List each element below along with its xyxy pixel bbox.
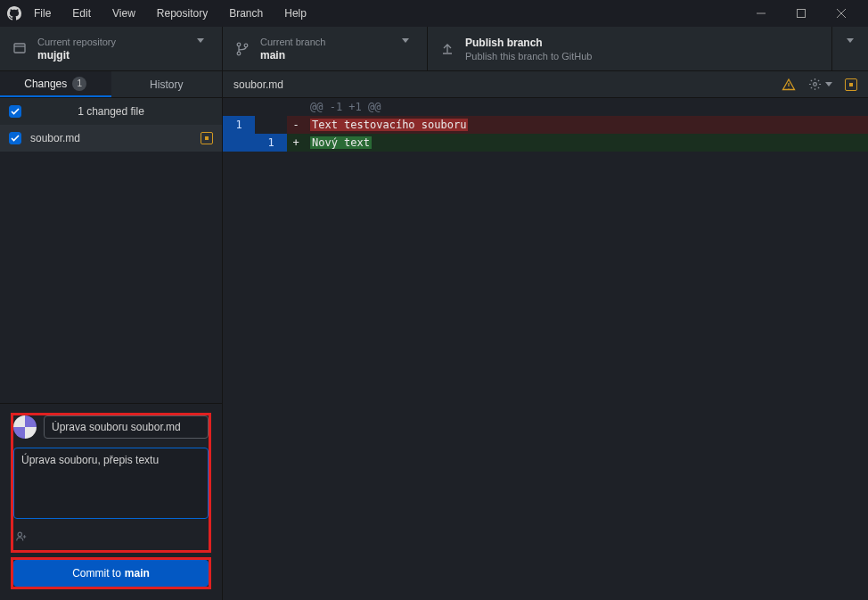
menu-help[interactable]: Help xyxy=(275,4,315,23)
svg-point-2 xyxy=(237,43,241,46)
repo-selector[interactable]: Current repository mujgit xyxy=(0,27,223,70)
svg-rect-1 xyxy=(14,44,25,53)
header-bar: Current repository mujgit Current branch… xyxy=(0,27,868,71)
menu-view[interactable]: View xyxy=(103,4,144,23)
modified-icon xyxy=(845,78,857,91)
diff-line-removed[interactable]: 1 - Text testovacího souboru xyxy=(223,116,868,134)
repo-icon xyxy=(12,42,27,56)
publish-more-button[interactable] xyxy=(832,27,868,70)
add-coauthor-button[interactable] xyxy=(13,529,209,543)
files-header: 1 changed file xyxy=(0,98,222,125)
diff-panel: soubor.md @@ -1 +1 @@ 1 - T xyxy=(223,71,868,600)
modified-icon xyxy=(201,132,213,144)
menu-repository[interactable]: Repository xyxy=(148,4,217,23)
warning-icon[interactable] xyxy=(782,78,796,92)
diff-hunk-header: @@ -1 +1 @@ xyxy=(223,98,868,116)
publish-desc: Publish this branch to GitHub xyxy=(465,51,819,62)
chevron-down-icon xyxy=(397,43,414,55)
branch-name: main xyxy=(260,49,386,62)
chevron-down-icon xyxy=(841,43,859,55)
tab-history-label: History xyxy=(150,78,183,91)
commit-summary-input[interactable] xyxy=(44,415,209,439)
branch-selector[interactable]: Current branch main xyxy=(223,27,428,70)
file-name: soubor.md xyxy=(30,132,192,144)
svg-point-3 xyxy=(237,52,241,55)
branch-label: Current branch xyxy=(260,37,386,47)
changes-count-badge: 1 xyxy=(72,77,86,91)
file-row[interactable]: soubor.md xyxy=(0,125,222,152)
commit-button-branch: main xyxy=(125,567,150,579)
commit-button[interactable]: Commit to main xyxy=(13,560,209,587)
avatar xyxy=(13,415,37,439)
branch-icon xyxy=(235,42,250,56)
repo-label: Current repository xyxy=(37,37,181,47)
svg-point-5 xyxy=(18,532,21,536)
chevron-down-icon xyxy=(192,43,209,55)
menu-edit[interactable]: Edit xyxy=(63,4,100,23)
commit-button-prefix: Commit to xyxy=(72,567,121,579)
svg-point-6 xyxy=(814,83,817,86)
menu-file[interactable]: File xyxy=(25,4,60,23)
sidebar: Changes 1 History 1 changed file soubor.… xyxy=(0,71,223,600)
svg-point-4 xyxy=(244,44,248,47)
maximize-button[interactable] xyxy=(781,0,821,27)
diff-line-added[interactable]: 1 + Nový text xyxy=(223,134,868,152)
github-logo-icon xyxy=(7,6,21,21)
close-button[interactable] xyxy=(821,0,861,27)
repo-name: mujgit xyxy=(37,49,181,62)
tab-history[interactable]: History xyxy=(111,71,223,97)
tab-changes-label: Changes xyxy=(24,78,67,90)
titlebar: File Edit View Repository Branch Help xyxy=(0,0,868,27)
tab-changes[interactable]: Changes 1 xyxy=(0,71,111,97)
minimize-button[interactable] xyxy=(741,0,781,27)
select-all-checkbox[interactable] xyxy=(9,105,21,118)
publish-title: Publish branch xyxy=(465,37,819,49)
publish-button[interactable]: Publish branch Publish this branch to Gi… xyxy=(428,27,832,70)
menu-branch[interactable]: Branch xyxy=(220,4,272,23)
publish-icon xyxy=(440,42,454,56)
file-checkbox[interactable] xyxy=(9,132,21,144)
svg-rect-0 xyxy=(797,10,805,18)
files-count-label: 1 changed file xyxy=(78,105,144,118)
commit-description-input[interactable]: Úprava souboru, přepis textu xyxy=(13,448,209,519)
diff-settings-button[interactable] xyxy=(808,78,832,91)
diff-filename: soubor.md xyxy=(233,78,283,91)
